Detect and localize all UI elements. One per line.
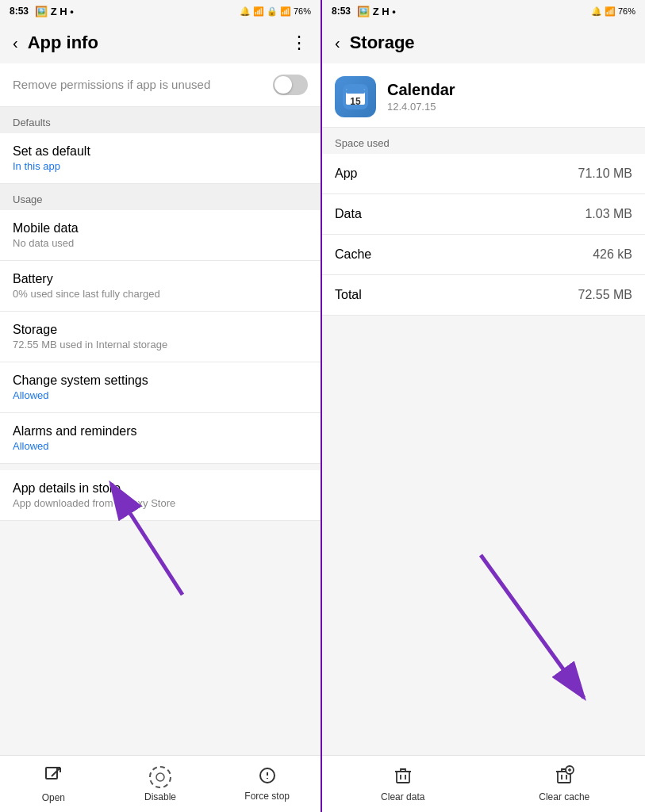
svg-text:15: 15	[350, 96, 361, 107]
battery-item[interactable]: Battery 0% used since last fully charged	[0, 261, 321, 312]
set-as-default-subtitle: In this app	[13, 160, 308, 172]
cache-label: Cache	[335, 247, 371, 262]
change-system-settings-item[interactable]: Change system settings Allowed	[0, 362, 321, 413]
app-label: App	[335, 167, 357, 181]
page-title-right: Storage	[350, 33, 632, 53]
clear-cache-icon	[554, 765, 574, 788]
svg-rect-11	[397, 772, 409, 783]
status-icons-right: 🖼️ Z H •	[357, 6, 396, 17]
alarm-icon-right: 🔔	[591, 6, 602, 17]
toggle-label: Remove permissions if app is unused	[13, 77, 263, 93]
status-right-right: 🔔 📶 76%	[591, 6, 635, 17]
app-version: 12.4.07.15	[387, 101, 455, 113]
header-right: ‹ Storage	[322, 22, 645, 63]
storage-subtitle: 72.55 MB used in Internal storage	[13, 339, 308, 350]
app-details-subtitle: App downloaded from Galaxy Store	[13, 497, 308, 509]
battery-left: 🔒 📶 76%	[267, 6, 311, 17]
wifi-icon: 📶	[253, 6, 264, 17]
set-as-default-title: Set as default	[13, 144, 308, 159]
battery-title: Battery	[13, 272, 308, 286]
total-storage-row: Total 72.55 MB	[322, 275, 645, 316]
section-defaults: Defaults	[0, 107, 321, 133]
data-value: 1.03 MB	[585, 207, 632, 221]
back-button-left[interactable]: ‹	[13, 34, 18, 52]
mobile-data-item[interactable]: Mobile data No data used	[0, 210, 321, 261]
bottom-bar-right: Clear data Clear cache	[322, 755, 645, 812]
status-right-left: 🔔 📶 🔒 📶 76%	[240, 6, 311, 17]
open-label: Open	[42, 792, 65, 803]
app-name: Calendar	[387, 81, 455, 99]
time-right: 8:53	[332, 6, 351, 17]
app-details-item[interactable]: App details in store App downloaded from…	[0, 470, 321, 521]
alarm-icon: 🔔	[240, 6, 251, 17]
clear-data-button[interactable]: Clear data	[322, 756, 484, 812]
storage-title: Storage	[13, 323, 308, 337]
battery-subtitle: 0% used since last fully charged	[13, 288, 308, 300]
content-left: Remove permissions if app is unused Defa…	[0, 63, 321, 755]
disable-icon	[149, 766, 171, 788]
status-time-left: 8:53 🖼️ Z H •	[10, 6, 74, 17]
mobile-data-subtitle: No data used	[13, 237, 308, 249]
app-details-title: App details in store	[13, 481, 308, 496]
mobile-data-title: Mobile data	[13, 221, 308, 236]
clear-data-label: Clear data	[381, 791, 424, 802]
status-bar-left: 8:53 🖼️ Z H • 🔔 📶 🔒 📶 76%	[0, 0, 321, 22]
back-button-right[interactable]: ‹	[335, 34, 340, 52]
toggle-switch[interactable]	[273, 75, 308, 95]
total-label: Total	[335, 288, 362, 302]
clear-cache-button[interactable]: Clear cache	[484, 756, 646, 812]
alarms-reminders-subtitle: Allowed	[13, 440, 308, 452]
status-icons-left: 🖼️ Z H •	[35, 6, 74, 17]
force-stop-icon	[258, 766, 277, 787]
open-icon	[44, 765, 63, 789]
data-storage-row: Data 1.03 MB	[322, 194, 645, 235]
storage-item[interactable]: Storage 72.55 MB used in Internal storag…	[0, 312, 321, 362]
set-as-default-item[interactable]: Set as default In this app	[0, 133, 321, 184]
section-usage: Usage	[0, 184, 321, 210]
data-label: Data	[335, 207, 362, 221]
svg-point-1	[156, 773, 164, 781]
change-system-settings-subtitle: Allowed	[13, 389, 308, 401]
cache-storage-row: Cache 426 kB	[322, 235, 645, 275]
status-time-right: 8:53 🖼️ Z H •	[332, 6, 396, 17]
wifi-icon-right: 📶	[605, 6, 616, 17]
force-stop-button[interactable]: Force stop	[213, 756, 321, 812]
change-system-settings-title: Change system settings	[13, 373, 308, 388]
disable-label: Disable	[144, 791, 176, 802]
status-bar-right: 8:53 🖼️ Z H • 🔔 📶 76%	[322, 0, 645, 22]
app-info-header: 15 Calendar 12.4.07.15	[322, 63, 645, 128]
permissions-toggle-row: Remove permissions if app is unused	[0, 63, 321, 107]
app-icon: 15	[335, 76, 376, 117]
total-value: 72.55 MB	[578, 288, 632, 302]
app-info-text: Calendar 12.4.07.15	[387, 81, 455, 113]
clear-data-icon	[393, 765, 413, 788]
battery-right: 76%	[618, 6, 635, 16]
disable-button[interactable]: Disable	[107, 756, 214, 812]
cache-value: 426 kB	[593, 247, 632, 262]
bottom-bar-left: Open Disable Force stop	[0, 755, 321, 812]
space-used-label: Space used	[322, 128, 645, 154]
open-button[interactable]: Open	[0, 756, 107, 812]
time-left: 8:53	[10, 6, 29, 17]
app-value: 71.10 MB	[578, 167, 632, 181]
app-storage-row: App 71.10 MB	[322, 154, 645, 194]
header-left: ‹ App info ⋮	[0, 22, 321, 63]
page-title-left: App info	[28, 33, 290, 53]
clear-cache-label: Clear cache	[539, 791, 589, 802]
svg-rect-9	[346, 89, 365, 94]
menu-button-left[interactable]: ⋮	[290, 33, 308, 53]
alarms-reminders-title: Alarms and reminders	[13, 424, 308, 439]
alarms-reminders-item[interactable]: Alarms and reminders Allowed	[0, 413, 321, 464]
content-right: 15 Calendar 12.4.07.15 Space used App 71…	[322, 63, 645, 755]
force-stop-label: Force stop	[244, 791, 290, 802]
